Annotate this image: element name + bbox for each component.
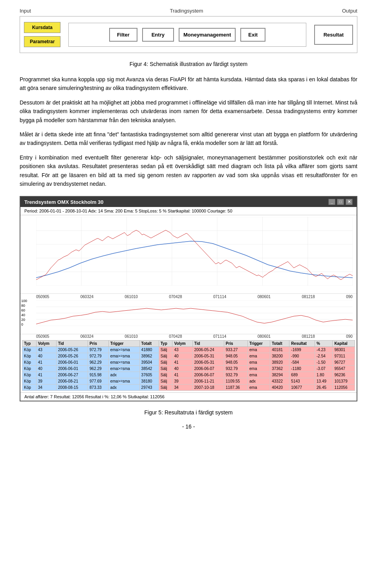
cell-sell-volym: 40 bbox=[172, 353, 192, 359]
paragraph-1: Programmet ska kunna koppla upp sig mot … bbox=[20, 75, 357, 93]
table-row: Köp 41 2006-06-27 915.98 adx 37605 Sälj … bbox=[22, 372, 355, 378]
col-buy-totalt: Totalt bbox=[139, 341, 159, 347]
cell-sell-tid: 2006-05-31 bbox=[192, 353, 224, 359]
cell-sell-typ: Sälj bbox=[159, 385, 172, 391]
trading-footer: Antal affärer: 7 Resultat: 12056 Resulta… bbox=[20, 392, 357, 401]
cell-sell-kapital: 97311 bbox=[333, 353, 355, 359]
cell-buy-pris: 977.69 bbox=[88, 378, 109, 385]
cell-sell-tid: 2006-06-07 bbox=[192, 372, 224, 378]
output-col: Resultat bbox=[314, 25, 353, 45]
table-row: Köp 43 2006-05-26 972.79 ema>=sma 41880 … bbox=[22, 347, 355, 353]
cell-sell-totalt: 40181 bbox=[270, 347, 289, 353]
maximize-button[interactable]: □ bbox=[337, 199, 344, 205]
cell-buy-typ: Köp bbox=[22, 385, 37, 391]
cell-buy-pris: 873.33 bbox=[88, 385, 109, 391]
cell-sell-typ: Sälj bbox=[159, 366, 172, 372]
cell-sell-totalt: 38200 bbox=[270, 353, 289, 359]
cell-sell-pct: -1.50 bbox=[315, 359, 332, 366]
cell-buy-tid: 2006-06-01 bbox=[56, 366, 88, 372]
cell-sell-volym: 43 bbox=[172, 347, 192, 353]
cell-sell-trigger: ema bbox=[248, 366, 270, 372]
cell-sell-pris: 1187.36 bbox=[224, 385, 247, 391]
cell-sell-trigger: ema bbox=[248, 385, 270, 391]
col-sell-totalt: Totalt bbox=[270, 341, 289, 347]
cell-sell-tid: 2006-06-07 bbox=[192, 366, 224, 372]
table-row: Köp 40 2006-06-01 962.29 ema>=sma 38542 … bbox=[22, 366, 355, 372]
cell-buy-trigger: adx bbox=[108, 385, 139, 391]
cell-sell-trigger: ema bbox=[248, 359, 270, 366]
cell-sell-resultat: 10677 bbox=[289, 385, 315, 391]
cell-buy-tid: 2008-08-15 bbox=[56, 385, 88, 391]
cell-sell-pct: 26.45 bbox=[315, 385, 332, 391]
price-chart-x-labels: 050905 060324 061010 070428 071114 08060… bbox=[20, 295, 357, 299]
cell-buy-pris: 962.29 bbox=[88, 359, 109, 366]
cell-sell-typ: Sälj bbox=[159, 372, 172, 378]
minimize-button[interactable]: _ bbox=[328, 199, 335, 205]
cell-buy-volym: 40 bbox=[36, 353, 56, 359]
volume-x-labels: 050905 060324 061010 070428 071114 08060… bbox=[20, 334, 357, 339]
table-row: Köp 34 2008-08-15 873.33 adx 29743 Sälj … bbox=[22, 385, 355, 391]
cell-buy-typ: Köp bbox=[22, 353, 37, 359]
col-sell-resultat: Resultat bbox=[289, 341, 315, 347]
cell-buy-tid: 2006-08-21 bbox=[56, 378, 88, 385]
trading-window: Trendsystem OMX Stockholm 30 _ □ ✕ Perio… bbox=[20, 196, 357, 401]
col-sell-typ: Typ bbox=[159, 341, 172, 347]
cell-sell-typ: Sälj bbox=[159, 378, 172, 385]
cell-buy-volym: 34 bbox=[36, 385, 56, 391]
label-tradingsystem: Tradingsystem bbox=[170, 8, 203, 14]
cell-buy-pris: 915.98 bbox=[88, 372, 109, 378]
cell-buy-totalt: 38180 bbox=[139, 378, 159, 385]
cell-sell-resultat: 5143 bbox=[289, 378, 315, 385]
entry-button[interactable]: Entry bbox=[142, 28, 174, 42]
cell-buy-volym: 40 bbox=[36, 366, 56, 372]
filter-button[interactable]: Filter bbox=[109, 28, 137, 42]
col-buy-trigger: Trigger bbox=[108, 341, 139, 347]
cell-sell-volym: 41 bbox=[172, 372, 192, 378]
cell-buy-typ: Köp bbox=[22, 378, 37, 385]
cell-buy-typ: Köp bbox=[22, 359, 37, 366]
cell-buy-volym: 41 bbox=[36, 359, 56, 366]
cell-sell-totalt: 38294 bbox=[270, 372, 289, 378]
cell-sell-totalt: 43322 bbox=[270, 378, 289, 385]
cell-sell-kapital: 96727 bbox=[333, 359, 355, 366]
fig4-caption: Figur 4: Schematisk illustration av färd… bbox=[20, 61, 357, 67]
exit-button[interactable]: Exit bbox=[240, 28, 265, 42]
cell-sell-trigger: ema bbox=[248, 353, 270, 359]
cell-buy-trigger: ema>=sma bbox=[108, 353, 139, 359]
cell-buy-trigger: adx bbox=[108, 372, 139, 378]
cell-buy-totalt: 38542 bbox=[139, 366, 159, 372]
cell-buy-pris: 962.29 bbox=[88, 366, 109, 372]
moneymanagement-button[interactable]: Moneymanagement bbox=[179, 28, 236, 42]
cell-sell-trigger: adx bbox=[248, 378, 270, 385]
volume-chart-svg bbox=[36, 300, 353, 326]
window-title: Trendsystem OMX Stockholm 30 bbox=[24, 199, 104, 205]
close-button[interactable]: ✕ bbox=[346, 199, 353, 205]
cell-buy-typ: Köp bbox=[22, 366, 37, 372]
volume-chart: 100 80 60 40 20 0 bbox=[20, 299, 357, 334]
cell-sell-typ: Sälj bbox=[159, 353, 172, 359]
col-sell-tid: Tid bbox=[192, 341, 224, 347]
cell-buy-tid: 2006-05-26 bbox=[56, 353, 88, 359]
diagram-box: Kursdata Parametrar Filter Entry Moneyma… bbox=[20, 16, 357, 53]
cell-sell-typ: Sälj bbox=[159, 359, 172, 366]
cell-buy-trigger: ema>=sma bbox=[108, 378, 139, 385]
parametrar-button[interactable]: Parametrar bbox=[24, 36, 60, 47]
label-output: Output bbox=[342, 8, 357, 14]
tradingsystem-buttons: Filter Entry Moneymanagement Exit bbox=[109, 28, 265, 42]
cell-sell-tid: 2006-05-31 bbox=[192, 359, 224, 366]
cell-buy-trigger: ema>=sma bbox=[108, 366, 139, 372]
cell-buy-volym: 41 bbox=[36, 372, 56, 378]
cell-sell-pris: 932.79 bbox=[224, 366, 247, 372]
resultat-button[interactable]: Resultat bbox=[314, 25, 353, 45]
col-sell-pris: Pris bbox=[224, 341, 247, 347]
cell-sell-volym: 39 bbox=[172, 378, 192, 385]
cell-buy-pris: 972.79 bbox=[88, 347, 109, 353]
kursdata-button[interactable]: Kursdata bbox=[24, 22, 60, 33]
cell-sell-pct: -3.07 bbox=[315, 366, 332, 372]
cell-sell-trigger: ema bbox=[248, 372, 270, 378]
col-sell-volym: Volym bbox=[172, 341, 192, 347]
price-chart-svg bbox=[36, 217, 353, 286]
titlebar-controls: _ □ ✕ bbox=[328, 199, 353, 205]
cell-sell-volym: 34 bbox=[172, 385, 192, 391]
cell-buy-trigger: ema>=sma bbox=[108, 347, 139, 353]
